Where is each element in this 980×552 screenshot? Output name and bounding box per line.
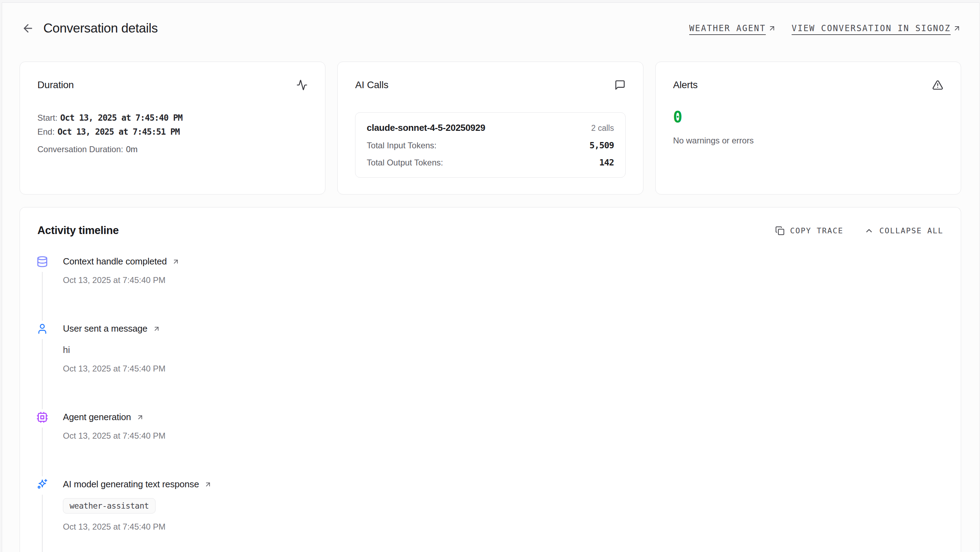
- cpu-icon: [37, 412, 48, 423]
- timeline-item-title-text: Agent generation: [63, 412, 131, 423]
- timeline-rail: [36, 479, 49, 552]
- duration-card: Duration Start:Oct 13, 2025 at 7:45:40 P…: [19, 62, 325, 195]
- copy-icon: [775, 226, 784, 235]
- timeline-connector-line: [42, 495, 43, 552]
- input-tokens-value: 5,509: [589, 140, 614, 150]
- timeline-item: AI model generating text response weathe…: [36, 479, 943, 552]
- chevron-up-icon: [864, 226, 874, 235]
- timeline-item-content: AI model generating text response weathe…: [63, 479, 212, 552]
- conversation-duration-row: Conversation Duration:0m: [37, 142, 307, 156]
- timeline-list: Context handle completed Oct 13, 2025 at…: [20, 256, 961, 552]
- model-name: claude-sonnet-4-5-20250929: [367, 123, 485, 133]
- timeline-item-badge: weather-assistant: [63, 498, 156, 514]
- external-link-icon: [204, 481, 212, 488]
- ai-calls-card-title: AI Calls: [355, 80, 388, 91]
- copy-trace-label: COPY TRACE: [790, 227, 843, 235]
- external-link-icon: [153, 325, 161, 333]
- collapse-all-label: COLLAPSE ALL: [879, 227, 943, 235]
- conversation-details-page: Conversation details WEATHER AGENT VIEW …: [2, 2, 980, 552]
- start-value: Oct 13, 2025 at 7:45:40 PM: [60, 113, 183, 123]
- weather-agent-link[interactable]: WEATHER AGENT: [689, 24, 776, 33]
- end-label: End:: [37, 127, 54, 136]
- conversation-duration-value: 0m: [126, 144, 137, 154]
- timeline-item-title-text: User sent a message: [63, 323, 148, 334]
- timeline-item-title-text: AI model generating text response: [63, 479, 199, 490]
- input-tokens-label: Total Input Tokens:: [367, 140, 436, 150]
- page-title: Conversation details: [43, 21, 158, 36]
- external-link-icon: [953, 24, 961, 32]
- timeline-item-timestamp: Oct 13, 2025 at 7:45:40 PM: [63, 522, 212, 532]
- timeline-item-badge-row: weather-assistant: [63, 498, 212, 514]
- external-link-icon: [136, 413, 144, 421]
- timeline-item: Context handle completed Oct 13, 2025 at…: [36, 256, 943, 323]
- activity-icon: [296, 80, 307, 91]
- triangle-alert-icon: [932, 80, 943, 91]
- collapse-all-button[interactable]: COLLAPSE ALL: [864, 226, 943, 235]
- timeline-item-body: hi: [63, 345, 165, 356]
- timeline-item-timestamp: Oct 13, 2025 at 7:45:40 PM: [63, 431, 165, 441]
- duration-card-title: Duration: [37, 80, 74, 91]
- view-conversation-signoz-link[interactable]: VIEW CONVERSATION IN SIGNOZ: [792, 24, 961, 33]
- timeline-connector-line: [42, 339, 43, 409]
- view-conversation-signoz-link-label: VIEW CONVERSATION IN SIGNOZ: [792, 24, 951, 33]
- database-icon: [37, 256, 48, 268]
- stat-cards-row: Duration Start:Oct 13, 2025 at 7:45:40 P…: [19, 62, 961, 195]
- timeline-item-timestamp: Oct 13, 2025 at 7:45:40 PM: [63, 275, 180, 285]
- page-header: Conversation details WEATHER AGENT VIEW …: [2, 3, 979, 36]
- start-row: Start:Oct 13, 2025 at 7:45:40 PM: [37, 111, 307, 125]
- timeline-item: User sent a message hi Oct 13, 2025 at 7…: [36, 323, 943, 412]
- end-value: Oct 13, 2025 at 7:45:51 PM: [57, 127, 180, 137]
- timeline-item-title-text: Context handle completed: [63, 256, 167, 267]
- output-tokens-label: Total Output Tokens:: [367, 158, 443, 168]
- activity-timeline-card: Activity timeline COPY TRACE COLLAPSE AL…: [19, 207, 961, 552]
- alert-message: No warnings or errors: [673, 136, 943, 145]
- copy-trace-button[interactable]: COPY TRACE: [775, 226, 843, 235]
- timeline-rail: [36, 412, 49, 479]
- alerts-card-title: Alerts: [673, 80, 698, 91]
- timeline-item-title[interactable]: Context handle completed: [63, 256, 180, 267]
- ai-calls-card: AI Calls claude-sonnet-4-5-20250929 2 ca…: [337, 62, 643, 195]
- alert-count: 0: [673, 108, 943, 126]
- timeline-connector-line: [42, 272, 43, 321]
- timeline-item-content: User sent a message hi Oct 13, 2025 at 7…: [63, 323, 165, 412]
- user-icon: [37, 323, 48, 335]
- timeline-rail: [36, 256, 49, 323]
- external-link-icon: [768, 24, 776, 32]
- back-button[interactable]: [22, 22, 34, 35]
- header-links: WEATHER AGENT VIEW CONVERSATION IN SIGNO…: [689, 24, 961, 33]
- weather-agent-link-label: WEATHER AGENT: [689, 24, 766, 33]
- timeline-item-content: Context handle completed Oct 13, 2025 at…: [63, 256, 180, 323]
- timeline-rail: [36, 323, 49, 412]
- start-label: Start:: [37, 113, 57, 123]
- timeline-item-title[interactable]: AI model generating text response: [63, 479, 212, 490]
- conversation-duration-label: Conversation Duration:: [37, 144, 123, 154]
- model-call-count: 2 calls: [591, 123, 614, 133]
- timeline-item-title[interactable]: User sent a message: [63, 323, 165, 334]
- timeline-item: Agent generation Oct 13, 2025 at 7:45:40…: [36, 412, 943, 479]
- timeline-item-timestamp: Oct 13, 2025 at 7:45:40 PM: [63, 364, 165, 373]
- timeline-item-content: Agent generation Oct 13, 2025 at 7:45:40…: [63, 412, 165, 479]
- output-tokens-value: 142: [600, 157, 614, 168]
- alerts-card: Alerts 0 No warnings or errors: [655, 62, 961, 195]
- message-square-icon: [614, 80, 625, 91]
- activity-timeline-title: Activity timeline: [37, 224, 119, 237]
- timeline-item-title[interactable]: Agent generation: [63, 412, 165, 423]
- sparkles-icon: [37, 479, 48, 490]
- arrow-left-icon: [22, 22, 34, 35]
- end-row: End:Oct 13, 2025 at 7:45:51 PM: [37, 125, 307, 139]
- external-link-icon: [172, 258, 180, 265]
- model-usage-box: claude-sonnet-4-5-20250929 2 calls Total…: [355, 112, 625, 178]
- timeline-connector-line: [42, 428, 43, 477]
